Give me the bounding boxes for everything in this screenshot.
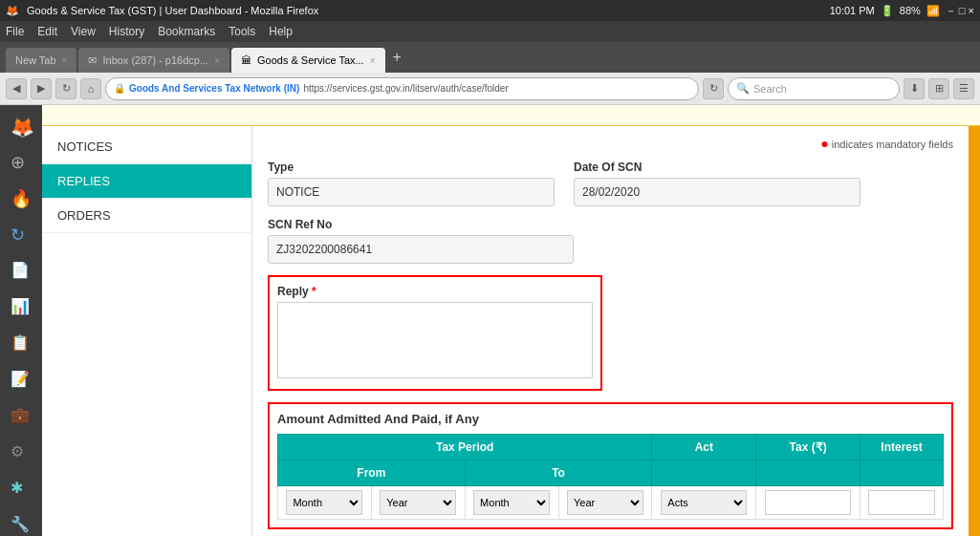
url-text: https://services.gst.gov.in/litserv/auth…	[303, 83, 690, 94]
to-month-cell: Month JanuaryFebruaryMarch AprilMayJune …	[465, 486, 558, 520]
tab-gst[interactable]: 🏛 Goods & Service Tax... ×	[231, 48, 385, 73]
battery-icon: 🔋	[881, 5, 894, 17]
os-time: 10:01 PM	[830, 5, 875, 16]
tax-subheader	[756, 461, 860, 486]
menu-help[interactable]: Help	[269, 25, 293, 38]
tab-grid-button[interactable]: ⊞	[928, 78, 949, 99]
acts-cell: Acts CGSTSGSTIGSTCESS	[652, 486, 756, 520]
menu-view[interactable]: View	[71, 25, 96, 38]
from-year-cell: Year 201820192020 20212022	[371, 486, 465, 520]
type-input[interactable]	[268, 178, 555, 206]
sidebar-icon-8[interactable]: 💼	[4, 399, 38, 434]
menu-edit[interactable]: Edit	[37, 25, 57, 38]
warning-bar	[42, 105, 980, 126]
date-label: Date Of SCN	[574, 161, 860, 174]
mandatory-text: indicates mandatory fields	[832, 139, 953, 150]
date-input[interactable]	[574, 178, 860, 206]
search-box[interactable]: 🔍 Search	[728, 77, 900, 100]
search-icon: 🔍	[736, 82, 750, 95]
to-year-cell: Year 201820192020 20212022	[558, 486, 652, 520]
sidebar-icon-7[interactable]: 📝	[4, 363, 38, 397]
nav-sidebar: NOTICES REPLIES ORDERS	[42, 126, 252, 536]
content-area: NOTICES REPLIES ORDERS ● indicates manda…	[42, 105, 980, 536]
window-title: Goods & Service Tax (GST) | User Dashboa…	[27, 5, 318, 16]
lock-icon: 🔒	[114, 83, 125, 94]
mandatory-note: ● indicates mandatory fields	[268, 136, 953, 151]
tax-amount-cell	[756, 486, 860, 520]
firefox-icon[interactable]: 🦊	[4, 109, 38, 143]
sidebar-icon-4[interactable]: 📄	[4, 254, 38, 289]
tab-close-new[interactable]: ×	[62, 55, 68, 66]
sidebar-icon-6[interactable]: 📋	[4, 327, 38, 361]
sidebar-icon-10[interactable]: ✱	[4, 472, 38, 506]
nav-notices-label: NOTICES	[57, 139, 113, 154]
sidebar-icon-5[interactable]: 📊	[4, 290, 38, 325]
sidebar-icon-9[interactable]: ⚙	[4, 436, 38, 470]
url-bar[interactable]: 🔒 Goods And Services Tax Network (IN) ht…	[105, 77, 699, 100]
new-tab-button[interactable]: +	[387, 49, 407, 66]
type-date-row: Type Date Of SCN	[268, 161, 953, 206]
menu-bookmarks[interactable]: Bookmarks	[158, 25, 215, 38]
reply-section: Reply *	[268, 275, 602, 391]
os-titlebar: 🦊 Goods & Service Tax (GST) | User Dashb…	[0, 0, 980, 21]
back-button[interactable]: ◀	[6, 78, 27, 99]
left-sidebar-icons: 🦊 ⊕ 🔥 ↻ 📄 📊 📋 📝 💼 ⚙ ✱	[0, 105, 42, 536]
interest-header: Interest	[860, 435, 944, 461]
nav-replies-label: REPLIES	[57, 174, 110, 188]
menu-tools[interactable]: Tools	[229, 25, 255, 38]
to-month-select[interactable]: Month JanuaryFebruaryMarch AprilMayJune …	[473, 490, 550, 515]
window-controls[interactable]: － □ ×	[946, 4, 974, 18]
email-icon: ✉	[88, 54, 97, 67]
menu-button[interactable]: ☰	[953, 78, 974, 99]
site-label: Goods And Services Tax Network (IN)	[129, 83, 299, 94]
reload-url-button[interactable]: ↻	[703, 78, 724, 99]
mandatory-dot: ●	[820, 136, 828, 151]
tax-header: Tax (₹)	[756, 435, 860, 461]
os-titlebar-left: 🦊 Goods & Service Tax (GST) | User Dashb…	[6, 5, 318, 17]
from-header: From	[278, 461, 466, 486]
nav-replies[interactable]: REPLIES	[42, 164, 251, 199]
nav-notices[interactable]: NOTICES	[42, 130, 251, 164]
nav-orders[interactable]: ORDERS	[42, 199, 251, 233]
scn-input[interactable]	[268, 235, 574, 264]
from-year-select[interactable]: Year 201820192020 20212022	[380, 490, 456, 515]
tab-inbox[interactable]: ✉ Inbox (287) - p16dcp... ×	[78, 48, 229, 73]
sidebar-icon-1[interactable]: ⊕	[4, 145, 38, 180]
reply-required: *	[312, 285, 316, 298]
sidebar-icon-3[interactable]: ↻	[4, 218, 38, 252]
gst-content: NOTICES REPLIES ORDERS ● indicates manda…	[42, 126, 980, 536]
reply-label-container: Reply *	[277, 285, 593, 298]
search-placeholder: Search	[753, 83, 787, 95]
tax-table: Tax Period Act Tax (₹) Interest From To	[277, 434, 944, 520]
interest-input[interactable]	[868, 490, 935, 515]
battery-percent: 88%	[900, 5, 921, 16]
tab-bar: New Tab × ✉ Inbox (287) - p16dcp... × 🏛 …	[0, 42, 980, 73]
tab-close-gst[interactable]: ×	[370, 55, 376, 66]
reload-button[interactable]: ↻	[55, 78, 76, 99]
menu-file[interactable]: File	[6, 25, 24, 38]
menu-history[interactable]: History	[109, 25, 144, 38]
from-month-select[interactable]: Month JanuaryFebruaryMarch AprilMayJune …	[286, 490, 362, 515]
sidebar-icon-11[interactable]: 🔧	[4, 508, 38, 536]
right-scrollbar[interactable]	[969, 126, 980, 536]
tab-new-tab[interactable]: New Tab ×	[6, 48, 76, 73]
form-area: ● indicates mandatory fields Type Date O…	[252, 126, 969, 536]
gst-icon: 🏛	[241, 54, 251, 66]
date-group: Date Of SCN	[574, 161, 860, 206]
tax-period-header: Tax Period	[278, 435, 652, 461]
download-button[interactable]: ⬇	[904, 78, 925, 99]
menu-bar: File Edit View History Bookmarks Tools H…	[0, 21, 980, 42]
scn-label: SCN Ref No	[268, 218, 953, 231]
tax-amount-input[interactable]	[765, 490, 851, 515]
main-layout: 🦊 ⊕ 🔥 ↻ 📄 📊 📋 📝 💼 ⚙ ✱	[0, 105, 980, 536]
acts-select[interactable]: Acts CGSTSGSTIGSTCESS	[661, 490, 747, 515]
forward-button[interactable]: ▶	[31, 78, 52, 99]
reply-label-text: Reply	[277, 285, 309, 298]
home-button[interactable]: ⌂	[80, 78, 101, 99]
reply-textarea[interactable]	[277, 302, 593, 378]
sidebar-icon-2[interactable]: 🔥	[4, 182, 38, 216]
tab-close-inbox[interactable]: ×	[214, 55, 220, 66]
act-subheader	[652, 461, 756, 486]
to-year-select[interactable]: Year 201820192020 20212022	[567, 490, 643, 515]
wifi-icon: 📶	[926, 5, 940, 17]
